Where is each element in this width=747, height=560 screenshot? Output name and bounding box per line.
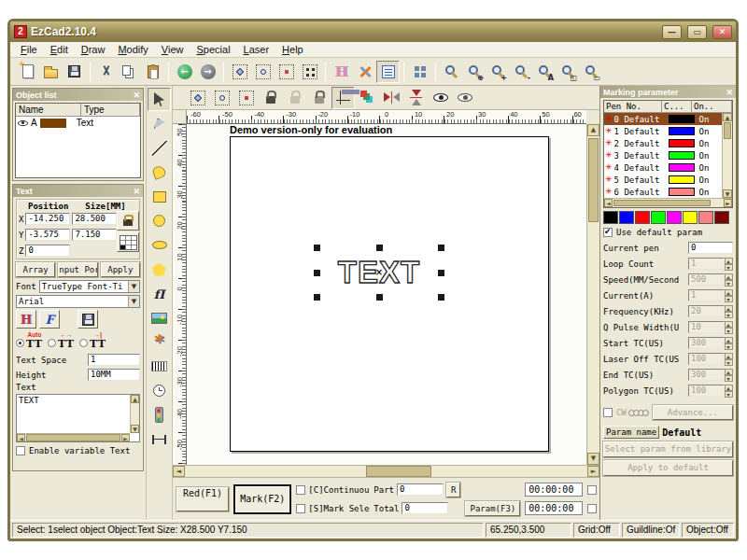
tool-curve[interactable]	[148, 161, 171, 184]
cut-button[interactable]	[94, 61, 118, 83]
open-button[interactable]	[39, 61, 63, 83]
tools-button[interactable]	[353, 61, 376, 83]
menu-modify[interactable]: Modify	[111, 43, 154, 56]
scroll-down-icon[interactable]: ▼	[587, 453, 599, 465]
pen-row[interactable]: ✳0 DefaultOn	[604, 113, 722, 125]
anchor-grid-button[interactable]	[117, 232, 139, 252]
zoom-sel-button[interactable]: ◱	[557, 61, 580, 83]
polygon-tc-us--input[interactable]: 100	[688, 385, 725, 397]
pen-row[interactable]: ✳4 DefaultOn	[604, 161, 722, 174]
input-port-button[interactable]: nput Por	[58, 262, 97, 277]
node-frame-button[interactable]	[210, 87, 233, 109]
tool-circle[interactable]	[148, 209, 171, 232]
spinner-icon[interactable]	[725, 305, 733, 318]
vscroll-thumb[interactable]	[588, 138, 599, 222]
canvas-hscrollbar[interactable]: ◄ ►	[173, 465, 599, 477]
layers-button[interactable]	[356, 87, 379, 109]
canvas-vscrollbar[interactable]: ▲ ▼	[586, 124, 599, 465]
color-column[interactable]: C...	[662, 101, 692, 112]
tool-ellipse[interactable]	[148, 233, 171, 257]
status-grid-toggle[interactable]: Grid:Off	[573, 523, 620, 538]
cw-checkbox[interactable]	[603, 408, 613, 417]
close-icon[interactable]: ✕	[133, 91, 140, 100]
sel-node-button[interactable]	[251, 61, 275, 83]
spinner-icon[interactable]	[725, 369, 733, 382]
pen-row[interactable]: ✳5 DefaultOn	[604, 174, 722, 186]
reset-part-button[interactable]: R	[446, 483, 460, 497]
param-f3-button[interactable]: Param(F3)	[465, 501, 520, 516]
selection-handle[interactable]	[376, 245, 383, 251]
save-button[interactable]	[63, 61, 86, 83]
text-content-textarea[interactable]: TEXT ▲▼ ◄►	[16, 394, 140, 442]
lock-open-button[interactable]	[307, 87, 331, 109]
tool-clock[interactable]	[148, 379, 171, 402]
advance-button[interactable]: Advance...	[653, 405, 733, 420]
color-swatch[interactable]	[635, 211, 650, 224]
align-space-radio[interactable]	[48, 339, 56, 347]
font-type-select[interactable]: TrueType Font-Ti ▼	[39, 280, 140, 293]
close-icon[interactable]: ✕	[726, 88, 733, 97]
tool-vector[interactable]	[148, 330, 171, 354]
part-count-input[interactable]: 0	[397, 483, 444, 496]
status-guideline-toggle[interactable]: Guildline:Of	[622, 523, 680, 538]
end-tc-us--input[interactable]: 300	[688, 369, 725, 381]
tool-node-edit[interactable]	[148, 112, 171, 135]
spinner-icon[interactable]	[725, 385, 733, 398]
array-button[interactable]: Array	[16, 262, 55, 277]
selection-handle[interactable]	[376, 294, 383, 301]
param-list-button[interactable]	[376, 61, 400, 83]
save-font-button[interactable]	[78, 310, 98, 329]
x-position-input[interactable]: -14.250	[25, 213, 70, 225]
color-swatch[interactable]	[698, 211, 713, 224]
spinner-icon[interactable]	[725, 289, 733, 302]
array-button[interactable]	[408, 61, 431, 83]
dots-frame-button[interactable]	[234, 87, 258, 109]
pen-row[interactable]: ✳6 DefaultOn	[604, 186, 722, 198]
sel-grid-button[interactable]	[298, 61, 321, 83]
pen-row[interactable]: ✳3 DefaultOn	[604, 149, 722, 161]
q-pulse-width-u-input[interactable]: 10	[688, 321, 725, 333]
zoom-window-button[interactable]	[440, 61, 463, 83]
sel-frame-button[interactable]	[228, 61, 251, 83]
laser-off-tc-us-input[interactable]: 100	[688, 353, 725, 365]
paste-button[interactable]	[141, 61, 164, 83]
enable-continue-checkbox[interactable]	[587, 504, 597, 513]
name-column-header[interactable]: Name	[16, 104, 81, 116]
type-column-header[interactable]: Type	[81, 104, 140, 116]
tool-measure[interactable]	[148, 427, 171, 451]
continuous-checkbox[interactable]	[296, 485, 305, 495]
textarea-vscrollbar[interactable]: ▲▼	[130, 395, 139, 433]
visibility-eye-icon[interactable]	[18, 120, 28, 126]
menu-laser[interactable]: Laser	[237, 43, 276, 56]
minimize-button[interactable]: —	[662, 25, 682, 39]
apply-to-default-button[interactable]: Apply to default	[603, 460, 733, 476]
tool-line[interactable]	[148, 136, 171, 160]
tool-rect[interactable]	[148, 185, 171, 208]
selected-text-object[interactable]: TEXT ×	[317, 247, 442, 298]
lock-dark-button[interactable]	[259, 87, 282, 109]
on-column[interactable]: On..	[692, 101, 732, 112]
align-auto-radio[interactable]	[16, 339, 24, 347]
mirror-h-button[interactable]	[380, 87, 403, 109]
y-size-input[interactable]: 7.150	[72, 229, 117, 241]
zoom-pan-button[interactable]: ⊕	[463, 61, 486, 83]
font-style-button[interactable]: F	[39, 310, 60, 329]
undo-button[interactable]	[173, 61, 196, 83]
use-default-param-checkbox[interactable]	[603, 228, 613, 237]
spinner-icon[interactable]	[725, 273, 733, 287]
font-name-select[interactable]: Arial ▼	[16, 295, 140, 308]
redo-button[interactable]	[196, 61, 219, 83]
canvas-area[interactable]: Demo version-only for evaluation TEXT ×	[187, 124, 586, 465]
sel-dots-button[interactable]	[275, 61, 298, 83]
selection-handle[interactable]	[438, 294, 444, 301]
zoom-all-button[interactable]: A	[533, 61, 557, 83]
current-pen-input[interactable]: 0	[688, 242, 733, 254]
red-f1-button[interactable]: Red(F1)	[176, 487, 229, 511]
pen-table-vscrollbar[interactable]: ▲▼	[722, 113, 732, 198]
close-button[interactable]: ✕	[712, 25, 732, 39]
x-size-input[interactable]: 28.500	[72, 213, 117, 225]
tool-bitmap[interactable]	[148, 306, 171, 329]
object-list-row[interactable]: A Text	[16, 117, 140, 129]
mirror-v-button[interactable]	[404, 87, 428, 109]
start-tc-us--input[interactable]: 300	[688, 337, 725, 349]
